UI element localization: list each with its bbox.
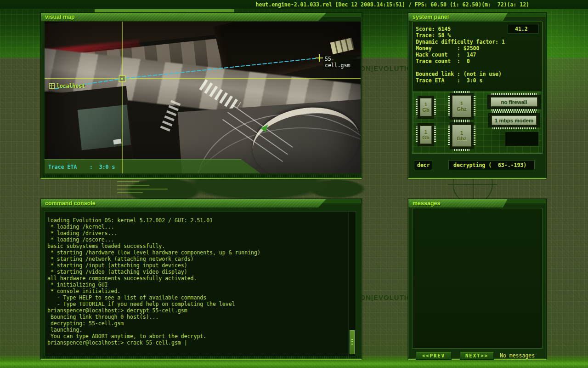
stat-line: Trace: 58 %: [416, 32, 505, 39]
system-stats: Score: 6145Trace: 58 %Dynamic difficulty…: [416, 26, 505, 84]
console-line: * loading /oscore...: [47, 236, 345, 243]
messages-title: messages: [413, 200, 440, 207]
panel-foot-texture: [44, 175, 359, 178]
chip-pins: [474, 96, 475, 116]
console-line: * loading /kernel...: [47, 224, 345, 230]
prev-message-button[interactable]: <<PREV: [416, 352, 452, 360]
game-screen: TION|EVOLUTION TION|EVOLUTION heut.engin…: [0, 0, 588, 368]
console-line: * loading /drivers...: [47, 230, 345, 236]
stat-line: Trace ETA : 3:0 s: [416, 77, 505, 84]
command-console-panel: command console loading Evolution OS: ke…: [40, 199, 362, 360]
console-line: decrypting: 55-cell.gsm: [47, 320, 345, 327]
console-line: - Type TUTORIAL if you need help on comp…: [47, 301, 345, 307]
console-line: * starting /input (attaching input devic…: [47, 262, 345, 269]
panel-header: [41, 13, 362, 21]
cpu-chip: 1 Ghz: [450, 93, 474, 120]
engine-status-text: heut.engine-2.01.033.rel [Dec 12 2008.14…: [256, 1, 529, 8]
console-line: * starting /video (attaching video displ…: [47, 269, 345, 275]
modem-slot: 1 mbps modem: [488, 113, 540, 127]
hardware-board: 1 Gb 1 Gb 1 Ghz: [413, 91, 542, 153]
stat-line: Trace count : 0: [416, 58, 505, 64]
console-line: Bouncing link through 0 host(s)...: [47, 314, 345, 320]
chip-pins: [434, 126, 436, 143]
console-output: loading Evolution OS: kernel 5.12.002 / …: [47, 217, 345, 339]
background-terminal-texture: [117, 178, 195, 201]
stat-line: Dynamic difficulty factor: 1: [416, 39, 505, 45]
chip-pins: [492, 127, 536, 129]
chip-pins: [416, 126, 418, 143]
ram-chip: 1 Gb: [418, 96, 434, 119]
console-line: * initializing GUI: [47, 282, 345, 288]
system-panel: system panel Score: 6145Trace: 58 %Dynam…: [408, 12, 547, 179]
active-command-display: decr: [414, 160, 432, 170]
console-line: basic subsystems loaded successfully.: [47, 243, 345, 249]
console-line: You can type ABORT anytime, to abort the…: [47, 333, 345, 339]
chip-pins: [454, 91, 469, 93]
chip-pins: [454, 149, 469, 151]
cpu-chip-label: 1 Ghz: [452, 125, 471, 147]
chip-pins: [492, 109, 537, 111]
chip-pins: [416, 99, 418, 115]
stat-line: Bounced link : (not in use): [416, 71, 505, 77]
messages-list-area: [412, 208, 543, 349]
visual-map-title: visual map: [45, 14, 75, 20]
console-line: brianspencer@localhost:> decrypt 55-cell…: [47, 307, 345, 314]
console-scrollbar-track: [348, 212, 356, 356]
localhost-node-icon[interactable]: [49, 83, 55, 89]
localhost-node-label[interactable]: localhost: [57, 83, 85, 89]
chip-pins: [434, 99, 436, 115]
top-status-bar: heut.engine-2.01.033.rel [Dec 12 2008.14…: [0, 0, 588, 9]
messages-panel: messages <<PREV NEXT>> No messages: [408, 199, 547, 360]
stat-line: Money : $2500: [416, 45, 505, 52]
chip-pins: [448, 126, 450, 146]
firewall-slot: no firewall: [487, 95, 541, 109]
ram-chip-label: 1 Gb: [420, 98, 432, 116]
system-panel-title: system panel: [413, 14, 449, 20]
cpu-chip-label: 1 Ghz: [452, 95, 471, 117]
console-prompt[interactable]: brianspencer@localhost:> crack 55-cell.g…: [47, 339, 345, 346]
console-body[interactable]: loading Evolution OS: kernel 5.12.002 / …: [45, 211, 356, 357]
visual-map-panel: visual map Trace ETA : 3:0 s: [40, 12, 362, 179]
console-line: all hardware components successfully act…: [47, 275, 345, 282]
gauge-value-display: 41.2: [508, 24, 539, 34]
messages-status-text: No messages: [500, 352, 535, 359]
firewall-label: no firewall: [491, 97, 537, 107]
crosshair-center-dot: [121, 78, 123, 80]
command-console-title: command console: [45, 200, 96, 207]
ram-chip-label: 1 Gb: [420, 126, 432, 144]
stat-line: [416, 64, 505, 71]
console-line: * starting /network (attaching network c…: [47, 256, 345, 262]
map-overlay-graphics: [45, 22, 361, 173]
ram-chip: 1 Gb: [418, 123, 434, 146]
console-line: launching.: [47, 327, 345, 333]
hardware-empty-slot: [505, 132, 539, 146]
console-line: - Type HELP to see a list of available c…: [47, 294, 345, 301]
console-scrollbar-thumb[interactable]: [350, 330, 355, 354]
next-message-button[interactable]: NEXT>>: [460, 352, 494, 360]
panel-foot-texture: [44, 356, 359, 358]
chip-pins: [492, 93, 537, 95]
chip-pins: [454, 121, 469, 122]
chip-pins: [448, 96, 450, 116]
stat-line: Hack count : 147: [416, 52, 505, 58]
console-line: * starting /hardware (low level hardware…: [47, 249, 345, 256]
aerial-map-photo: Trace ETA : 3:0 s localhost 55-cell.gsm: [45, 22, 361, 173]
stat-line: Score: 6145: [416, 26, 505, 32]
target-node-label[interactable]: 55-cell.gsm: [323, 55, 361, 69]
console-line: loading Evolution OS: kernel 5.12.002 / …: [47, 217, 345, 224]
chip-pins: [474, 126, 475, 146]
console-prompt-wrap: brianspencer@localhost:> crack 55-cell.g…: [47, 339, 345, 346]
cpu-chip: 1 Ghz: [450, 122, 474, 149]
connection-trace-line: [55, 58, 319, 89]
console-line: * console initialized.: [47, 288, 345, 294]
system-panel-body: Score: 6145Trace: 58 %Dynamic difficulty…: [412, 22, 543, 154]
modem-label: 1 mbps modem: [492, 115, 537, 125]
chip-pins: [492, 111, 536, 113]
action-status-display: decrypting ( 63-.-193): [448, 160, 535, 170]
